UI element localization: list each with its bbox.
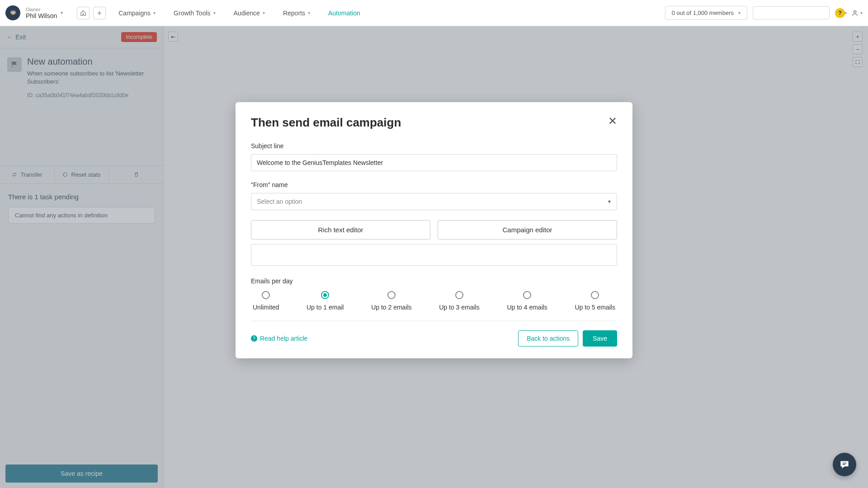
- brand-avatar[interactable]: [5, 5, 20, 20]
- top-bar: Owner Phil Wilson ▾ Campaigns ▾ Growth T…: [0, 0, 868, 26]
- svg-point-5: [854, 10, 856, 13]
- radio-up-to-5[interactable]: Up to 5 emails: [575, 291, 615, 311]
- nav-reports[interactable]: Reports ▾: [274, 0, 319, 26]
- chevron-down-icon: ▾: [153, 10, 156, 15]
- nav-reports-label: Reports: [283, 9, 305, 17]
- chat-icon: [839, 459, 850, 470]
- from-name-placeholder: Select an option: [257, 198, 302, 205]
- radio-icon-selected: [321, 291, 329, 299]
- radio-up5-label: Up to 5 emails: [575, 304, 615, 311]
- from-name-label: "From" name: [251, 181, 617, 188]
- nav-automation-label: Automation: [328, 9, 360, 17]
- read-help-link[interactable]: ? Read help article: [251, 335, 307, 342]
- monkey-logo-icon: [8, 8, 18, 18]
- owner-name: Phil Wilson: [26, 12, 57, 19]
- radio-unlimited-label: Unlimited: [253, 304, 279, 311]
- user-menu[interactable]: ▾: [851, 9, 863, 17]
- emails-per-day-group: Unlimited Up to 1 email Up to 2 emails U…: [251, 291, 617, 321]
- global-search[interactable]: All ▾: [753, 6, 830, 19]
- svg-rect-3: [11, 9, 15, 11]
- chevron-down-icon: ▾: [263, 10, 265, 15]
- nav-campaigns-label: Campaigns: [118, 9, 151, 17]
- nav-campaigns[interactable]: Campaigns ▾: [109, 0, 165, 26]
- radio-up4-label: Up to 4 emails: [507, 304, 547, 311]
- radio-up2-label: Up to 2 emails: [371, 304, 411, 311]
- user-icon: [851, 9, 859, 17]
- owner-role-label: Owner: [26, 7, 57, 12]
- radio-icon: [523, 291, 531, 299]
- owner-block[interactable]: Owner Phil Wilson: [26, 7, 57, 19]
- radio-up1-label: Up to 1 email: [307, 304, 344, 311]
- chevron-down-icon: ▾: [213, 10, 216, 15]
- help-button[interactable]: ?: [835, 8, 845, 18]
- chevron-down-icon: ▾: [844, 10, 847, 15]
- modal-title: Then send email campaign: [251, 116, 401, 130]
- help-link-label: Read help article: [260, 335, 307, 342]
- radio-icon: [262, 291, 270, 299]
- members-counter-label: 0 out of 1,000 members: [672, 9, 734, 16]
- back-to-actions-button[interactable]: Back to actions: [518, 330, 578, 347]
- chat-fab[interactable]: [833, 453, 856, 476]
- email-preview-box: [251, 244, 617, 266]
- nav-growth-tools[interactable]: Growth Tools ▾: [165, 0, 224, 26]
- svg-point-2: [14, 11, 14, 12]
- svg-point-1: [11, 11, 12, 12]
- global-search-input[interactable]: [760, 9, 836, 16]
- modal-overlay: Then send email campaign ✕ Subject line …: [0, 26, 868, 488]
- nav-audience-label: Audience: [234, 9, 260, 17]
- subject-input[interactable]: [251, 154, 617, 171]
- from-name-select[interactable]: Select an option: [251, 193, 617, 210]
- nav-audience[interactable]: Audience ▾: [225, 0, 274, 26]
- modal-close-button[interactable]: ✕: [608, 116, 617, 127]
- save-button[interactable]: Save: [583, 330, 617, 347]
- radio-icon: [591, 291, 599, 299]
- home-button[interactable]: [77, 7, 90, 19]
- send-email-modal: Then send email campaign ✕ Subject line …: [236, 102, 632, 358]
- rich-text-editor-button[interactable]: Rich text editor: [251, 220, 430, 239]
- plus-icon: [96, 10, 103, 16]
- radio-icon: [387, 291, 396, 299]
- campaign-editor-button[interactable]: Campaign editor: [438, 220, 617, 239]
- chevron-down-icon: ▾: [308, 10, 310, 15]
- radio-up-to-3[interactable]: Up to 3 emails: [439, 291, 479, 311]
- subject-label: Subject line: [251, 142, 617, 150]
- emails-per-day-label: Emails per day: [251, 277, 617, 285]
- nav-growth-label: Growth Tools: [174, 9, 210, 17]
- radio-up-to-1[interactable]: Up to 1 email: [307, 291, 344, 311]
- home-icon: [80, 10, 86, 16]
- members-counter-button[interactable]: 0 out of 1,000 members ▾: [665, 6, 747, 20]
- owner-chevron-icon[interactable]: ▾: [61, 10, 63, 16]
- question-icon: ?: [251, 335, 257, 342]
- radio-icon: [455, 291, 463, 299]
- chevron-down-icon: ▾: [738, 10, 741, 15]
- chevron-down-icon: ▾: [860, 10, 863, 15]
- add-button[interactable]: [93, 7, 106, 19]
- radio-unlimited[interactable]: Unlimited: [253, 291, 279, 311]
- close-icon: ✕: [608, 115, 617, 127]
- radio-up3-label: Up to 3 emails: [439, 304, 479, 311]
- radio-up-to-2[interactable]: Up to 2 emails: [371, 291, 411, 311]
- radio-up-to-4[interactable]: Up to 4 emails: [507, 291, 547, 311]
- nav-automation[interactable]: Automation: [319, 0, 369, 26]
